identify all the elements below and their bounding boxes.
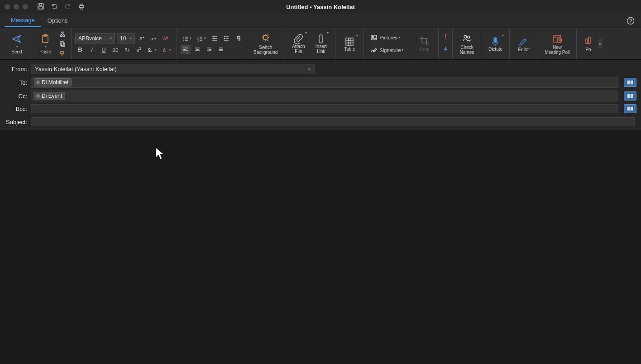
high-importance-icon[interactable]: ! (442, 33, 449, 43)
crop-button[interactable]: Crop (414, 34, 435, 54)
attach-file-button[interactable]: ▾ AttachFile (288, 32, 309, 56)
paragraph-marks-icon[interactable] (233, 34, 243, 43)
cc-label: Cc: (5, 93, 27, 100)
superscript-icon[interactable]: x2 (134, 45, 144, 54)
to-address-book-button[interactable] (624, 78, 636, 87)
svg-rect-5 (80, 7, 83, 9)
svg-point-26 (183, 40, 184, 41)
numbering-icon[interactable]: 123▾ (195, 34, 208, 43)
bcc-label: Bcc: (5, 105, 27, 112)
bullets-icon[interactable]: ▾ (181, 34, 193, 43)
svg-text:A: A (163, 47, 166, 51)
cc-field[interactable]: Di Event (31, 91, 618, 101)
increase-font-icon[interactable]: A▴ (137, 34, 147, 43)
paste-button[interactable]: ▾ Paste (35, 32, 56, 56)
svg-point-22 (183, 37, 184, 38)
increase-indent-icon[interactable] (221, 34, 231, 43)
subject-field[interactable] (31, 117, 635, 126)
bcc-address-book-button[interactable] (624, 104, 636, 113)
overflow-button[interactable]: Po (580, 34, 597, 54)
svg-rect-68 (586, 39, 588, 43)
insert-link-button[interactable]: ▾ InsertLink (311, 32, 331, 56)
switch-background-button[interactable]: SwitchBackground (251, 31, 280, 57)
svg-rect-2 (39, 7, 43, 9)
ribbon: ▾ Send ▾ Paste ABBvoice▾ 10▾ A▴ A▾ A B (0, 28, 641, 60)
svg-rect-4 (80, 4, 83, 5)
align-left-icon[interactable] (181, 45, 191, 54)
presence-dot-icon (36, 94, 40, 98)
to-label: To: (5, 79, 27, 86)
message-header-fields: From: Yassin Koleilat (Yassin Koleilat) … (0, 60, 641, 130)
editor-button[interactable]: Editor (513, 34, 534, 54)
svg-text:A: A (139, 36, 143, 41)
align-center-icon[interactable] (192, 45, 202, 54)
chevron-updown-icon: ⇅ (308, 67, 311, 71)
ribbon-expand-icon[interactable]: ▸ (598, 38, 603, 49)
svg-rect-64 (494, 38, 497, 43)
underline-icon[interactable]: U (99, 45, 109, 54)
send-button[interactable]: ▾ Send (6, 32, 27, 56)
print-icon[interactable] (78, 3, 85, 11)
from-select[interactable]: Yassin Koleilat (Yassin Koleilat) ⇅ (31, 64, 315, 74)
copy-icon[interactable] (57, 39, 67, 48)
svg-point-52 (263, 35, 268, 40)
check-names-button[interactable]: CheckNames (456, 31, 477, 57)
to-contact-chip[interactable]: Di Mobilitet (34, 78, 72, 86)
svg-point-63 (468, 36, 470, 38)
attach-file-label: AttachFile (292, 44, 305, 54)
close-window-icon[interactable] (5, 4, 10, 10)
strikethrough-icon[interactable]: ab (110, 45, 120, 54)
tab-options[interactable]: Options (41, 14, 74, 27)
check-names-label: CheckNames (460, 45, 474, 55)
minimize-window-icon[interactable] (14, 4, 19, 10)
svg-text:A: A (163, 36, 166, 41)
undo-icon[interactable] (51, 3, 58, 11)
save-icon[interactable] (37, 3, 44, 11)
justify-icon[interactable] (216, 45, 226, 54)
bcc-field[interactable] (31, 104, 618, 113)
decrease-font-icon[interactable]: A▾ (148, 34, 158, 43)
format-painter-icon[interactable] (57, 49, 67, 58)
new-meeting-poll-button[interactable]: NewMeeting Poll (542, 31, 572, 57)
highlight-color-icon[interactable]: ▾ (146, 45, 158, 54)
meeting-poll-label: NewMeeting Poll (545, 45, 569, 55)
window-controls (5, 4, 28, 10)
tab-message[interactable]: Message (5, 14, 41, 27)
svg-point-7 (630, 22, 631, 23)
redo-icon[interactable] (64, 3, 72, 11)
svg-rect-54 (346, 38, 353, 45)
zoom-window-icon[interactable] (23, 4, 28, 10)
italic-icon[interactable]: I (87, 45, 97, 54)
svg-text:▴: ▴ (143, 35, 144, 38)
svg-text:!: ! (445, 33, 446, 41)
svg-rect-21 (163, 51, 167, 52)
titlebar: Untitled • Yassin Koleilat (0, 0, 641, 14)
message-body[interactable] (0, 130, 641, 364)
svg-point-24 (183, 38, 184, 39)
subscript-icon[interactable]: x2 (122, 45, 132, 54)
mouse-cursor-icon (155, 147, 166, 161)
signature-button[interactable]: Signature▾ (368, 46, 406, 55)
pictures-button[interactable]: Pictures▾ (368, 33, 406, 42)
decrease-indent-icon[interactable] (210, 34, 220, 43)
align-right-icon[interactable] (204, 45, 214, 54)
cut-icon[interactable] (57, 29, 67, 38)
svg-rect-1 (39, 4, 42, 5)
font-name-select[interactable]: ABBvoice▾ (75, 34, 115, 43)
ribbon-tabs: Message Options (0, 14, 641, 28)
table-button[interactable]: ▾ Table (339, 34, 360, 53)
svg-text:A: A (151, 37, 154, 41)
cc-address-book-button[interactable] (624, 91, 636, 101)
bold-icon[interactable]: B (75, 45, 85, 54)
low-importance-icon[interactable] (442, 45, 449, 55)
font-color-icon[interactable]: A▾ (160, 45, 173, 54)
to-field[interactable]: Di Mobilitet (31, 77, 618, 88)
font-size-select[interactable]: 10▾ (117, 34, 135, 43)
svg-rect-59 (371, 35, 377, 40)
svg-text:3: 3 (197, 39, 199, 42)
insert-link-label: InsertLink (316, 44, 327, 54)
dictate-button[interactable]: ▾ Dictate (485, 34, 506, 53)
cc-contact-chip[interactable]: Di Event (34, 92, 65, 100)
clear-formatting-icon[interactable]: A (160, 34, 170, 43)
help-icon[interactable] (627, 17, 635, 26)
